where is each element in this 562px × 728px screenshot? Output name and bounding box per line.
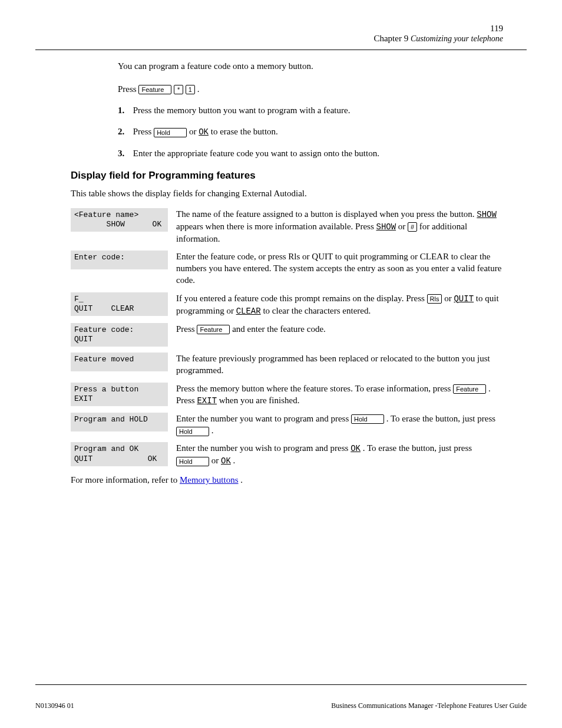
display-row-5: Feature moved The feature previously pro… [71, 353, 503, 377]
desc-8a: Enter the number you wish to program and… [176, 443, 351, 453]
display-screen-5: Feature moved [71, 353, 168, 371]
exit-softkey: EXIT [197, 396, 217, 406]
desc-8d: . [233, 456, 236, 465]
desc-1c: or [398, 222, 408, 231]
step-2-number: 2. [118, 126, 131, 137]
step-2-text-a: Press [133, 127, 154, 136]
intro-step-text-a: Press [118, 84, 138, 94]
display-row-4: Feature code: QUIT Press Feature and ent… [71, 323, 503, 347]
subheading: Display field for Programming features [71, 170, 527, 182]
step-1: 1. Press the memory button you want to p… [118, 104, 491, 116]
intro-paragraph: You can program a feature code onto a me… [118, 61, 491, 73]
chapter-title: Customizing your telephone [411, 34, 503, 43]
desc-7b: . To erase the button, just press [386, 414, 495, 423]
step-3-text: Enter the appropriate feature code you w… [133, 149, 379, 158]
step-2: 2. Press Hold or OK to erase the button. [118, 126, 491, 138]
more-info-a: For more information, refer to [71, 475, 180, 485]
display-row-2: Enter code: Enter the feature code, or p… [71, 251, 503, 286]
desc-6c: Press [176, 396, 197, 405]
display-screen-3: F_ QUIT CLEAR [71, 292, 168, 317]
step-1-number: 1. [118, 104, 131, 116]
rls-key: Rls [427, 294, 442, 304]
ok-softkey-2: OK [351, 444, 361, 453]
ok-softkey-3: OK [221, 456, 231, 466]
page-header: 119 Chapter 9 Customizing your telephone [35, 24, 527, 44]
intro-step: Press Feature * 1 . [118, 83, 491, 95]
display-row-1: <Feature name> SHOW OK The name of the f… [71, 208, 503, 245]
display-row-8: Program and OK QUIT OK Enter the number … [71, 442, 503, 467]
footer-right: Business Communications Manager -Telepho… [331, 701, 527, 710]
desc-3d: to clear the characters entered. [263, 306, 371, 315]
one-key: 1 [186, 85, 195, 94]
intro-step-text-b: . [197, 84, 200, 94]
step-2-text-b: or [189, 127, 199, 136]
feature-key-3: Feature [453, 384, 486, 394]
display-desc-8: Enter the number you wish to program and… [168, 442, 503, 467]
display-desc-2: Enter the feature code, or press Rls or … [168, 251, 503, 286]
more-info-b: . [240, 475, 243, 485]
hash-key: # [408, 222, 417, 232]
subheading-desc: This table shows the display fields for … [71, 187, 491, 199]
display-desc-7: Enter the number you want to program and… [168, 413, 503, 437]
ok-softkey: OK [199, 127, 209, 137]
step-1-text: Press the memory button you want to prog… [133, 106, 351, 115]
show-softkey: SHOW [477, 210, 497, 219]
hold-key-4: Hold [176, 457, 209, 466]
hold-key: Hold [154, 128, 187, 137]
display-row-7: Program and HOLD Enter the number you wa… [71, 413, 503, 437]
desc-8b: . To erase the button, just press [363, 443, 472, 453]
footer-left: N0130946 01 [35, 701, 74, 710]
display-desc-4: Press Feature and enter the feature code… [168, 323, 503, 335]
footer-rule [35, 684, 527, 685]
intro-sentence-1: You can program a feature code onto a me… [118, 61, 313, 71]
display-screen-7: Program and HOLD [71, 413, 168, 431]
more-info: For more information, refer to Memory bu… [71, 474, 491, 486]
page-footer: N0130946 01 Business Communications Mana… [35, 684, 527, 710]
header-rule [35, 50, 527, 50]
step-3-number: 3. [118, 147, 131, 159]
step-2-text-c: to erase the button. [211, 127, 278, 136]
desc-7a: Enter the number you want to program and… [176, 414, 351, 423]
desc-1a: The name of the feature assigned to a bu… [176, 209, 477, 219]
desc-7c: . [211, 426, 214, 435]
display-desc-1: The name of the feature assigned to a bu… [168, 208, 503, 245]
display-screen-8: Program and OK QUIT OK [71, 442, 168, 466]
hold-key-3: Hold [176, 427, 209, 436]
clear-softkey: CLEAR [236, 307, 261, 316]
desc-6d: when you are finished. [219, 396, 300, 405]
feature-key: Feature [138, 85, 171, 94]
show-softkey-2: SHOW [376, 222, 396, 232]
desc-1b: appears when there is more information a… [176, 222, 376, 231]
display-row-6: Press a button EXIT Press the memory but… [71, 383, 503, 407]
desc-4b: and enter the feature code. [232, 324, 326, 334]
desc-6b: . [488, 384, 491, 393]
display-screen-6: Press a button EXIT [71, 383, 168, 407]
display-screen-2: Enter code: [71, 251, 168, 269]
page-number: 119 [490, 24, 503, 33]
desc-3a: If you entered a feature code this promp… [176, 294, 427, 303]
display-desc-6: Press the memory button where the featur… [168, 383, 503, 407]
feature-key-2: Feature [197, 325, 230, 334]
desc-6a: Press the memory button where the featur… [176, 384, 453, 393]
desc-3b: or [444, 294, 454, 303]
display-screen-1: <Feature name> SHOW OK [71, 208, 168, 232]
display-row-3: F_ QUIT CLEAR If you entered a feature c… [71, 292, 503, 317]
chapter-number: Chapter 9 [373, 34, 408, 43]
star-key: * [174, 85, 183, 94]
hold-key-2: Hold [351, 414, 384, 424]
desc-4a: Press [176, 324, 197, 334]
quit-softkey: QUIT [454, 294, 474, 304]
step-3: 3. Enter the appropriate feature code yo… [118, 147, 491, 159]
desc-8c: or [211, 456, 221, 465]
display-screen-4: Feature code: QUIT [71, 323, 168, 347]
memory-buttons-link[interactable]: Memory buttons [180, 475, 239, 485]
display-desc-3: If you entered a feature code this promp… [168, 292, 503, 317]
display-desc-5: The feature previously programmed has be… [168, 353, 503, 377]
